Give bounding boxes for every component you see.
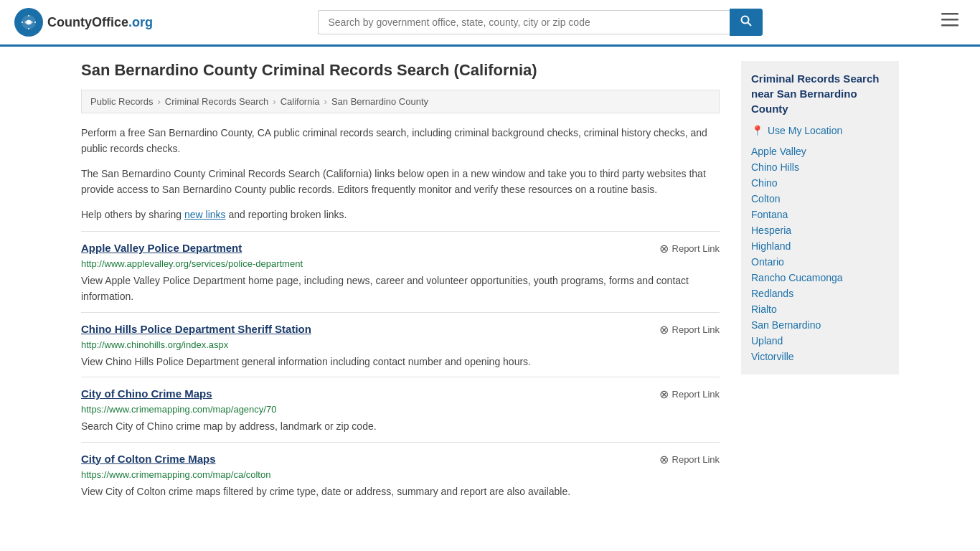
sidebar-list-item: Chino — [751, 175, 889, 191]
location-icon: 📍 — [751, 125, 763, 136]
svg-rect-7 — [941, 24, 958, 27]
result-url-2[interactable]: https://www.crimemapping.com/map/agency/… — [81, 404, 720, 415]
report-icon-0: ⊗ — [659, 242, 669, 255]
description-3: Help others by sharing new links and rep… — [81, 207, 720, 222]
sidebar-link-4[interactable]: Fontana — [751, 209, 788, 220]
sidebar-link-12[interactable]: Upland — [751, 335, 783, 347]
breadcrumb-sep-1: › — [157, 96, 160, 107]
description-2: The San Bernardino County Criminal Recor… — [81, 166, 720, 198]
sidebar-link-5[interactable]: Hesperia — [751, 225, 791, 236]
sidebar-link-9[interactable]: Redlands — [751, 288, 793, 299]
result-title-0[interactable]: Apple Valley Police Department — [81, 242, 242, 254]
site-header: CountyOffice.org — [0, 0, 980, 47]
use-my-location-item: 📍 Use My Location — [751, 125, 889, 136]
search-area — [318, 9, 763, 36]
result-item: Chino Hills Police Department Sheriff St… — [81, 312, 720, 377]
result-title-2[interactable]: City of Chino Crime Maps — [81, 387, 212, 400]
svg-point-3 — [741, 17, 748, 24]
results-container: Apple Valley Police Department ⊗ Report … — [81, 231, 720, 507]
result-desc-2: Search City of Chino crime map by addres… — [81, 418, 720, 434]
sidebar-list-item: Hesperia — [751, 222, 889, 238]
sidebar-link-13[interactable]: Victorville — [751, 351, 794, 362]
svg-point-2 — [27, 20, 31, 24]
sidebar-list-item: Victorville — [751, 349, 889, 364]
menu-button[interactable] — [934, 7, 966, 37]
result-url-3[interactable]: https://www.crimemapping.com/map/ca/colt… — [81, 469, 720, 480]
report-icon-3: ⊗ — [659, 453, 669, 466]
result-header-2: City of Chino Crime Maps ⊗ Report Link — [81, 387, 720, 401]
svg-rect-5 — [941, 13, 958, 15]
result-url-0[interactable]: http://www.applevalley.org/services/poli… — [81, 258, 720, 269]
result-header-0: Apple Valley Police Department ⊗ Report … — [81, 242, 720, 255]
report-label-1: Report Link — [672, 324, 720, 335]
sidebar-list-item: Ontario — [751, 254, 889, 270]
report-link-3[interactable]: ⊗ Report Link — [659, 453, 720, 466]
sidebar-link-10[interactable]: Rialto — [751, 303, 777, 315]
sidebar-links-list: Apple ValleyChino HillsChinoColtonFontan… — [751, 143, 889, 364]
report-link-2[interactable]: ⊗ Report Link — [659, 387, 720, 401]
breadcrumb-criminal-records-search[interactable]: Criminal Records Search — [165, 96, 269, 107]
sidebar-link-11[interactable]: San Bernardino — [751, 319, 821, 331]
logo-icon — [14, 8, 43, 37]
description-3-after: and reporting broken links. — [226, 209, 347, 220]
breadcrumb-sep-3: › — [324, 96, 327, 107]
report-icon-1: ⊗ — [659, 323, 669, 336]
result-url-1[interactable]: http://www.chinohills.org/index.aspx — [81, 339, 720, 350]
logo-text: CountyOffice.org — [47, 15, 153, 30]
sidebar-link-7[interactable]: Ontario — [751, 256, 784, 268]
sidebar-link-3[interactable]: Colton — [751, 193, 780, 204]
breadcrumb-sep-2: › — [273, 96, 275, 107]
use-my-location-link[interactable]: Use My Location — [768, 125, 842, 136]
result-header-1: Chino Hills Police Department Sheriff St… — [81, 323, 720, 336]
sidebar-title: Criminal Records Search near San Bernard… — [751, 71, 889, 116]
main-container: San Bernardino County Criminal Records S… — [67, 47, 913, 521]
sidebar-list-item: Redlands — [751, 286, 889, 301]
description-1: Perform a free San Bernardino County, CA… — [81, 125, 720, 157]
result-header-3: City of Colton Crime Maps ⊗ Report Link — [81, 453, 720, 466]
result-title-1[interactable]: Chino Hills Police Department Sheriff St… — [81, 323, 311, 335]
sidebar-link-6[interactable]: Highland — [751, 240, 791, 252]
search-button[interactable] — [730, 9, 763, 36]
sidebar-list-item: Colton — [751, 191, 889, 207]
content-area: San Bernardino County Criminal Records S… — [81, 61, 720, 507]
report-link-1[interactable]: ⊗ Report Link — [659, 323, 720, 336]
report-label-0: Report Link — [672, 243, 720, 254]
description-3-before: Help others by sharing — [81, 209, 184, 220]
result-title-3[interactable]: City of Colton Crime Maps — [81, 453, 216, 465]
sidebar-box: Criminal Records Search near San Bernard… — [741, 61, 899, 375]
result-item: City of Colton Crime Maps ⊗ Report Link … — [81, 442, 720, 507]
sidebar-list-item: San Bernardino — [751, 317, 889, 333]
sidebar-link-0[interactable]: Apple Valley — [751, 146, 806, 157]
report-link-0[interactable]: ⊗ Report Link — [659, 242, 720, 255]
sidebar: Criminal Records Search near San Bernard… — [741, 61, 899, 507]
search-input[interactable] — [318, 10, 730, 34]
new-links-link[interactable]: new links — [184, 209, 226, 220]
sidebar-link-2[interactable]: Chino — [751, 177, 778, 189]
sidebar-link-1[interactable]: Chino Hills — [751, 161, 799, 173]
sidebar-link-8[interactable]: Rancho Cucamonga — [751, 272, 843, 283]
logo-area: CountyOffice.org — [14, 8, 153, 37]
sidebar-list-item: Apple Valley — [751, 143, 889, 159]
sidebar-list-item: Rancho Cucamonga — [751, 270, 889, 286]
svg-rect-6 — [941, 19, 958, 21]
svg-line-4 — [748, 23, 751, 27]
breadcrumb-california[interactable]: California — [281, 96, 320, 107]
sidebar-list-item: Chino Hills — [751, 159, 889, 175]
breadcrumb: Public Records › Criminal Records Search… — [81, 90, 720, 113]
sidebar-list-item: Rialto — [751, 301, 889, 317]
result-item: City of Chino Crime Maps ⊗ Report Link h… — [81, 377, 720, 441]
result-item: Apple Valley Police Department ⊗ Report … — [81, 231, 720, 312]
report-label-3: Report Link — [672, 454, 720, 465]
report-label-2: Report Link — [672, 389, 720, 400]
breadcrumb-public-records[interactable]: Public Records — [90, 96, 153, 107]
sidebar-list-item: Upland — [751, 333, 889, 349]
page-title: San Bernardino County Criminal Records S… — [81, 61, 720, 80]
result-desc-3: View City of Colton crime maps filtered … — [81, 484, 720, 499]
breadcrumb-san-bernardino-county[interactable]: San Bernardino County — [331, 96, 428, 107]
sidebar-list-item: Fontana — [751, 207, 889, 222]
report-icon-2: ⊗ — [659, 387, 669, 401]
sidebar-list-item: Highland — [751, 238, 889, 254]
result-desc-0: View Apple Valley Police Department home… — [81, 273, 720, 305]
result-desc-1: View Chino Hills Police Department gener… — [81, 354, 720, 369]
